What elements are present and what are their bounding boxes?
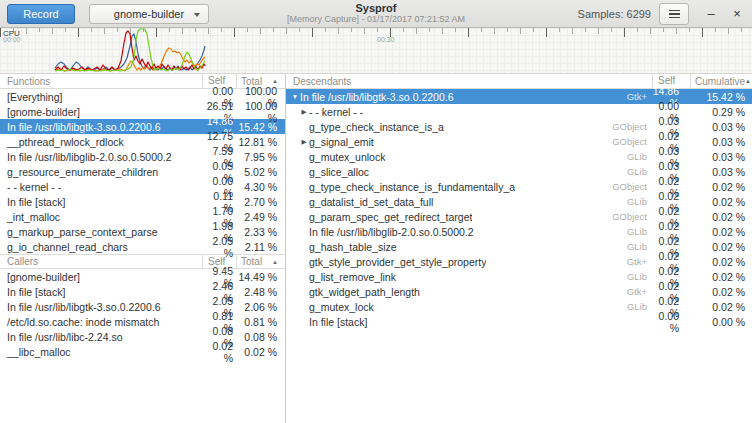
sort-ascending-icon: ▲ [272,78,278,84]
descendant-cumulative-percent: 0.02 % [690,241,752,253]
descendants-column-header[interactable]: Descendants [286,76,652,87]
function-row-name: In file [stack] [0,196,202,208]
functions-column-header[interactable]: Functions [0,76,202,87]
library-badge: GLib [627,271,652,282]
descendant-cell: g_param_spec_get_redirect_targetGObject [286,211,652,223]
library-badge: GObject [612,121,652,132]
descendant-cumulative-percent: 15.42 % [690,91,752,103]
descendant-row[interactable]: In file [stack]0.00 %0.00 % [286,314,752,329]
expander-closed-icon[interactable]: ▶ [299,138,309,146]
time-tick-label: 00:00 [3,36,21,43]
descendant-cell: g_mutex_unlockGLib [286,151,652,163]
descendant-name: - - kernel - - [309,106,363,118]
function-row[interactable]: - - kernel - -0.00 %4.30 % [0,179,285,194]
record-button[interactable]: Record [7,4,75,24]
cpu-timeline-graph[interactable]: CPU 00:0000:30 [0,28,752,74]
caller-row-total-percent: 2.06 % [236,301,285,313]
caller-row-total-percent: 2.48 % [236,286,285,298]
library-badge: GLib [627,196,652,207]
descendant-cumulative-percent: 0.02 % [690,196,752,208]
function-row-name: _int_malloc [0,211,202,223]
function-row[interactable]: [gnome-builder]26.51 %100.00 % [0,104,285,119]
time-tick-label: 00:30 [377,36,395,43]
expander-open-icon[interactable]: ▼ [290,93,300,100]
function-row-name: - - kernel - - [0,181,202,193]
caller-row-total-percent: 0.02 % [236,346,285,358]
sort-ascending-icon: ▲ [745,78,751,84]
function-row[interactable]: _int_malloc1.70 %2.49 % [0,209,285,224]
descendant-cumulative-percent: 0.02 % [690,301,752,313]
function-row[interactable]: In file /usr/lib/libgtk-3.so.0.2200.614.… [0,119,285,134]
close-button[interactable]: × [728,3,746,25]
function-row-total-percent: 15.42 % [236,121,285,133]
function-row[interactable]: In file /usr/lib/libglib-2.0.so.0.5000.2… [0,149,285,164]
descendant-cumulative-percent: 0.02 % [690,181,752,193]
descendant-self-percent: 0.00 % [652,310,690,334]
library-badge: GLib [627,226,652,237]
caller-row-total-percent: 0.08 % [236,331,285,343]
descendant-cumulative-percent: 0.00 % [690,316,752,328]
descendant-name: In file [stack] [309,316,367,328]
descendants-table-body: ▼In file /usr/lib/libgtk-3.so.0.2200.6Gt… [286,89,752,329]
descendant-cell: g_slice_allocGLib [286,166,652,178]
callers-total-column-header[interactable]: Total ▲ [236,255,285,268]
expander-closed-icon[interactable]: ▶ [299,108,309,116]
left-panel: Functions Self Total ▲ [Everything]0.00 … [0,74,286,423]
titlebar: Record gnome-builder Sysprof [Memory Cap… [0,0,752,28]
descendant-name: g_slice_alloc [309,166,369,178]
descendant-cell: g_type_check_instance_is_fundamentally_a… [286,181,652,193]
descendant-cell: In file /usr/lib/libglib-2.0.so.0.5000.2… [286,226,652,238]
caller-row[interactable]: [gnome-builder]9.45 %14.49 % [0,269,285,284]
function-row-total-percent: 2.33 % [236,226,285,238]
caller-row[interactable]: In file /usr/lib/libgtk-3.so.0.2200.62.0… [0,299,285,314]
function-row[interactable]: g_io_channel_read_chars2.05 %2.11 % [0,239,285,254]
caller-row-name: In file /usr/lib/libc-2.24.so [0,331,202,343]
caller-row[interactable]: In file /usr/lib/libc-2.24.so0.08 %0.08 … [0,329,285,344]
caller-row-name: In file [stack] [0,286,202,298]
samples-count: Samples: 6299 [578,8,651,20]
hamburger-icon [669,10,680,12]
caller-row-name: In file /usr/lib/libgtk-3.so.0.2200.6 [0,301,202,313]
callers-column-header[interactable]: Callers [0,256,202,267]
function-row-total-percent: 12.81 % [236,136,285,148]
descendant-cumulative-percent: 0.03 % [690,166,752,178]
descendant-cumulative-percent: 0.03 % [690,151,752,163]
caller-row[interactable]: In file [stack]2.46 %2.48 % [0,284,285,299]
descendant-cell: g_hash_table_sizeGLib [286,241,652,253]
descendant-name: g_mutex_lock [309,301,374,313]
function-row-name: g_markup_parse_context_parse [0,226,202,238]
descendants-panel: Descendants Self Cumulative ▲ ▼In file /… [286,74,752,423]
function-row[interactable]: __pthread_rwlock_rdlock12.75 %12.81 % [0,134,285,149]
descendant-cumulative-percent: 0.03 % [690,121,752,133]
caller-row-total-percent: 14.49 % [236,271,285,283]
function-row[interactable]: g_markup_parse_context_parse1.98 %2.33 % [0,224,285,239]
callers-table-header: Callers Self Total ▲ [0,254,285,269]
menu-button[interactable] [659,3,689,25]
function-row[interactable]: g_resource_enumerate_children0.05 %5.02 … [0,164,285,179]
descendant-cell: gtk_style_provider_get_style_propertyGtk… [286,256,652,268]
function-row-name: [Everything] [0,91,202,103]
library-badge: GLib [627,301,652,312]
function-row[interactable]: In file [stack]0.11 %2.70 % [0,194,285,209]
process-selector-dropdown[interactable]: gnome-builder [89,4,209,24]
descendant-cell: ▼In file /usr/lib/libgtk-3.so.0.2200.6Gt… [286,91,652,103]
descendant-cell: g_datalist_id_set_data_fullGLib [286,196,652,208]
chevron-down-icon [194,13,200,17]
library-badge: GLib [627,151,652,162]
caller-row-total-percent: 0.81 % [236,316,285,328]
caller-row[interactable]: /etc/ld.so.cache: inode mismatch0.81 %0.… [0,314,285,329]
descendant-cell: g_type_check_instance_is_aGObject [286,121,652,133]
descendants-cumulative-column-header[interactable]: Cumulative ▲ [690,74,752,88]
descendant-name: g_hash_table_size [309,241,397,253]
caller-row[interactable]: __libc_malloc0.02 %0.02 % [0,344,285,359]
descendant-cell: g_list_remove_linkGLib [286,271,652,283]
library-badge: GLib [627,166,652,177]
descendant-cumulative-percent: 0.03 % [690,136,752,148]
library-badge: Gtk+ [627,256,652,267]
library-badge: GLib [627,241,652,252]
descendant-name: g_signal_emit [309,136,374,148]
function-row-name: g_resource_enumerate_children [0,166,202,178]
descendant-name: gtk_widget_path_length [309,286,420,298]
function-row-name: g_io_channel_read_chars [0,241,202,253]
minimize-button[interactable]: – [702,3,720,25]
